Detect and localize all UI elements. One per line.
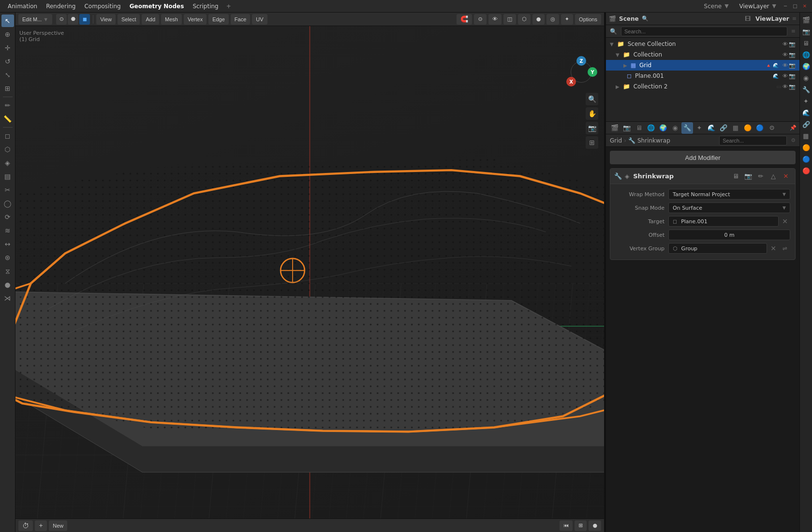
outliner-row-collection[interactable]: ▼ 📁 Collection 👁 📷 <box>606 49 799 60</box>
vp-zoom-icon[interactable]: 🔍 <box>586 93 598 105</box>
tool-to-sphere[interactable]: ● <box>1 278 14 291</box>
outliner-row-collection2[interactable]: ▶ 📁 Collection 2 ▭ 👁 📷 <box>606 81 799 92</box>
sidebar-material-icon[interactable]: 🟠 <box>801 142 812 153</box>
tool-shrink-fatten[interactable]: ⊛ <box>1 251 14 264</box>
render-btn[interactable]: ● <box>589 520 601 531</box>
overlay-btn[interactable]: 👁 <box>488 14 502 25</box>
add-menu[interactable]: Add <box>142 14 159 25</box>
coll2-cam-icon[interactable]: 📷 <box>789 84 796 90</box>
vertex-group-swap-button[interactable]: ⇌ <box>780 243 790 254</box>
scene-selector[interactable]: ▼ <box>724 3 728 9</box>
add-modifier-button[interactable]: Add Modifier <box>610 151 796 164</box>
vertex-group-value[interactable]: ⬡ Group <box>668 243 767 254</box>
sidebar-output-icon[interactable]: 🖥 <box>801 38 812 48</box>
snap-mode-value[interactable]: On Surface ▼ <box>668 202 790 213</box>
plane-visibility-icon[interactable]: 👁 <box>782 73 788 79</box>
prop-scene-icon[interactable]: 🎬 <box>609 122 620 134</box>
tool-rip[interactable]: ⋊ <box>1 292 14 304</box>
mod-delete-btn[interactable]: ✕ <box>781 171 791 182</box>
visibility-icon[interactable]: 👁 <box>782 41 788 47</box>
wrap-method-value[interactable]: Target Normal Project ▼ <box>668 189 790 200</box>
tool-spin[interactable]: ⟳ <box>1 211 14 223</box>
snap-btn[interactable]: 🧲 <box>457 14 472 25</box>
outliner-row-grid[interactable]: ▶ ▦ Grid 🔺 🌊 👁 📷 <box>606 60 799 71</box>
gizmo-x-axis[interactable]: X <box>566 77 576 86</box>
prop-output-icon[interactable]: 🖥 <box>633 122 645 134</box>
tool-rotate[interactable]: ↺ <box>1 55 14 68</box>
menu-item-scripting[interactable]: Scripting <box>189 2 222 11</box>
tool-cursor[interactable]: ⊕ <box>1 28 14 41</box>
sidebar-viewlayer-icon[interactable]: 🌐 <box>801 49 812 60</box>
mod-show-render-btn[interactable]: 📷 <box>743 171 753 182</box>
menu-item-compositing[interactable]: Compositing <box>80 2 124 11</box>
proportional-edit-btn[interactable]: ⊙ <box>474 14 486 25</box>
new-button[interactable]: New <box>49 520 67 531</box>
timeline-editor-icon[interactable]: ⏱ <box>18 520 33 531</box>
mode-selector[interactable]: Edit M... ▼ <box>18 14 52 25</box>
vertex-mode-btn[interactable]: ⊙ <box>56 14 67 25</box>
prop-object-icon[interactable]: ◉ <box>669 122 681 134</box>
plane-render-icon[interactable]: 📷 <box>789 73 796 79</box>
tool-extrude[interactable]: ◻ <box>1 129 14 142</box>
edge-mode-btn[interactable]: ⬣ <box>68 14 78 25</box>
face-menu[interactable]: Face <box>231 14 250 25</box>
render-icon[interactable]: 📷 <box>789 41 796 47</box>
mod-apply-on-cage-btn[interactable]: △ <box>768 171 779 182</box>
properties-options-icon[interactable]: ⚙ <box>791 137 796 144</box>
tool-inset[interactable]: ⬡ <box>1 143 14 156</box>
wireframe-btn[interactable]: ⬡ <box>518 14 531 25</box>
coll-render-icon[interactable]: 📷 <box>789 52 796 58</box>
prop-constraints-icon[interactable]: 🔗 <box>718 122 729 134</box>
uv-menu[interactable]: UV <box>252 14 267 25</box>
outliner-filter-icon[interactable]: ≡ <box>791 28 796 34</box>
prop-options-icon[interactable]: ⚙ <box>766 122 778 134</box>
sidebar-particles-icon[interactable]: ✦ <box>801 96 812 106</box>
outliner-row-plane001[interactable]: ◻ Plane.001 🌊 👁 📷 <box>606 71 799 81</box>
props-pin-icon[interactable]: 📌 <box>790 125 797 131</box>
sidebar-options-icon[interactable]: 🔴 <box>801 165 812 176</box>
menu-item-animation[interactable]: Animation <box>4 2 41 11</box>
properties-search-input[interactable] <box>719 136 787 145</box>
window-maximize-button[interactable]: □ <box>792 3 798 10</box>
prop-render-icon[interactable]: 📷 <box>621 122 633 134</box>
viewport-shading[interactable]: ⊞ <box>575 520 587 531</box>
frame-start[interactable]: ⏮ <box>560 520 573 531</box>
prop-physics-icon[interactable]: 🌊 <box>706 122 717 134</box>
sidebar-object-icon[interactable]: ◉ <box>801 72 812 83</box>
sidebar-shader-icon[interactable]: 🔵 <box>801 154 812 164</box>
tool-select[interactable]: ↖ <box>1 14 14 27</box>
gizmo-z-axis[interactable]: Z <box>576 56 586 66</box>
coll2-render-icon[interactable]: 👁 <box>782 84 788 90</box>
menu-item-rendering[interactable]: Rendering <box>42 2 79 11</box>
vp-grid-icon[interactable]: ⊞ <box>586 136 598 149</box>
tool-annotate[interactable]: ✏ <box>1 99 14 112</box>
tool-edge-slide[interactable]: ↔ <box>1 238 14 250</box>
outliner-row-scene-collection[interactable]: ▼ 📁 Scene Collection 👁 📷 <box>606 39 799 49</box>
select-menu[interactable]: Select <box>118 14 140 25</box>
tool-knife[interactable]: ✂ <box>1 184 14 196</box>
tool-loop-cut[interactable]: ▤ <box>1 170 14 183</box>
face-mode-btn[interactable]: ◼ <box>79 14 90 25</box>
vertex-group-clear-button[interactable]: ✕ <box>768 243 779 254</box>
add-workspace-button[interactable]: + <box>223 2 234 11</box>
target-clear-button[interactable]: ✕ <box>780 216 790 227</box>
mod-show-viewport-btn[interactable]: 🖥 <box>730 171 741 182</box>
mesh-menu[interactable]: Mesh <box>161 14 182 25</box>
tool-poly-build[interactable]: ◯ <box>1 197 14 210</box>
viewport-canvas[interactable]: User Perspective (1) Grid Z Y X <box>15 26 604 532</box>
gizmo-y-axis[interactable]: Y <box>588 67 597 77</box>
target-value[interactable]: ◻ Plane.001 <box>668 216 779 227</box>
window-minimize-button[interactable]: ─ <box>782 3 789 10</box>
tool-scale[interactable]: ⤡ <box>1 69 14 81</box>
grid-render-icon[interactable]: 📷 <box>789 62 796 69</box>
solid-btn[interactable]: ● <box>532 14 545 25</box>
add-area-button[interactable]: + <box>35 520 47 531</box>
prop-material-icon[interactable]: 🟠 <box>742 122 753 134</box>
prop-view-layer-icon[interactable]: 🌐 <box>645 122 657 134</box>
options-button[interactable]: Options <box>575 14 601 25</box>
window-close-button[interactable]: ✕ <box>801 3 808 10</box>
prop-world-icon[interactable]: 🌍 <box>657 122 669 134</box>
mod-show-edit-btn[interactable]: ✏ <box>755 171 766 182</box>
xray-btn[interactable]: ◫ <box>503 14 516 25</box>
sidebar-world-icon[interactable]: 🌍 <box>801 61 812 72</box>
